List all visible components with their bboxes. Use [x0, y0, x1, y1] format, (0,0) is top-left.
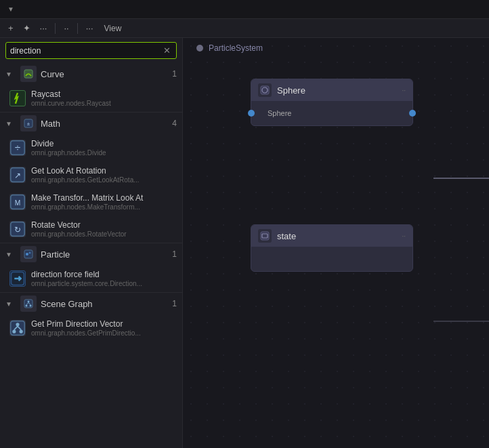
category-math-label: Math [41, 119, 172, 129]
state-node-port-row [251, 251, 412, 267]
list-item-make-transform[interactable]: M Make Transfor... Matrix Look At omni.g… [0, 188, 182, 216]
top-bar: ▼ [0, 0, 489, 19]
svg-point-12 [26, 253, 28, 256]
sphere-node-port-row: Sphere [251, 105, 412, 121]
svg-point-13 [29, 252, 31, 254]
svg-point-17 [26, 305, 28, 307]
get-look-at-rotation-name: Get Look At Rotation [31, 166, 140, 176]
divide-path: omni.graph.nodes.Divide [31, 149, 106, 157]
category-particle-icon [20, 246, 37, 262]
raycast-icon [9, 90, 26, 106]
sphere-node-port-right[interactable] [409, 110, 416, 117]
make-transform-icon: M [9, 194, 26, 210]
canvas-label-text: ParticleSystem [209, 43, 263, 53]
divide-text: Divide omni.graph.nodes.Divide [31, 139, 106, 157]
category-scene-graph[interactable]: ▼ Scene Graph 1 [0, 293, 182, 314]
sphere-node-body: Sphere [251, 101, 412, 125]
svg-point-24 [20, 330, 23, 333]
category-curve-arrow-icon: ▼ [5, 70, 16, 78]
svg-text:÷: ÷ [15, 142, 20, 153]
dots2-button[interactable]: ·· [61, 22, 71, 35]
dots1-button[interactable]: ··· [37, 22, 50, 35]
category-particle-label: Particle [41, 249, 172, 260]
category-math-count: 4 [172, 119, 177, 128]
state-node-header: state ·· [251, 225, 412, 247]
sphere-node-port-left[interactable] [248, 110, 255, 117]
get-look-at-rotation-icon: ↗ [9, 167, 26, 183]
get-prim-direction-text: Get Prim Direction Vector omni.graph.nod… [31, 319, 141, 337]
sphere-node-port-label: Sphere [268, 109, 291, 117]
list-item-get-look-at-rotation[interactable]: ↗ Get Look At Rotation omni.graph.nodes.… [0, 161, 182, 188]
category-math[interactable]: ▼ ± Math 4 [0, 113, 182, 134]
get-look-at-rotation-text: Get Look At Rotation omni.graph.nodes.Ge… [31, 166, 140, 184]
sphere-node-icon [258, 83, 272, 97]
state-node-title: state [277, 231, 402, 241]
category-curve[interactable]: ▼ Curve 1 [0, 63, 182, 85]
rotate-vector-text: Rotate Vector omni.graph.nodes.RotateVec… [31, 220, 127, 238]
direction-force-field-path: omni.particle.system.core.Direction... [31, 280, 142, 287]
rotate-vector-name: Rotate Vector [31, 220, 127, 230]
pin-button[interactable]: ✦ [20, 22, 33, 35]
raycast-path: omni.curve.nodes.Raycast [31, 100, 111, 107]
search-box: ✕ [5, 42, 177, 59]
list-item-get-prim-direction[interactable]: Get Prim Direction Vector omni.graph.nod… [0, 314, 182, 342]
make-transform-path: omni.graph.nodes.MakeTransform... [31, 203, 143, 211]
get-look-at-rotation-path: omni.graph.nodes.GetLookAtRota... [31, 176, 140, 184]
left-panel: ✕ ▼ Curve 1 Raycast omni.curve [0, 38, 183, 448]
svg-point-16 [28, 301, 30, 303]
category-curve-count: 1 [172, 69, 177, 79]
list-item-direction-force-field[interactable]: direction force field omni.particle.syst… [0, 265, 182, 292]
divide-name: Divide [31, 139, 106, 148]
canvas-area[interactable]: ParticleSystem Sphere ·· [183, 38, 489, 448]
raycast-name: Raycast [31, 89, 111, 99]
rotate-vector-path: omni.graph.nodes.RotateVector [31, 230, 127, 238]
sphere-node-dots: ·· [402, 87, 406, 94]
svg-text:↗: ↗ [14, 171, 21, 180]
category-math-icon: ± [20, 115, 37, 131]
toolbar: + ✦ ··· ·· ··· View [0, 19, 489, 38]
make-transform-name: Make Transfor... Matrix Look At [31, 193, 143, 203]
state-node-body [251, 247, 412, 271]
state-node[interactable]: state ·· [251, 224, 413, 272]
category-scene-graph-arrow-icon: ▼ [5, 300, 16, 308]
get-prim-direction-path: omni.graph.nodes.GetPrimDirectio... [31, 329, 141, 337]
state-node-icon [258, 229, 272, 243]
search-clear-button[interactable]: ✕ [162, 45, 172, 56]
sphere-node-header: Sphere ·· [251, 79, 412, 101]
category-particle-count: 1 [172, 249, 177, 259]
view-button[interactable]: View [100, 22, 126, 35]
svg-point-22 [16, 323, 19, 326]
category-curve-icon [20, 66, 37, 82]
category-math-arrow-icon: ▼ [5, 120, 16, 127]
divide-icon: ÷ [9, 140, 26, 156]
main-layout: ✕ ▼ Curve 1 Raycast omni.curve [0, 38, 489, 448]
dots3-button[interactable]: ··· [83, 22, 96, 35]
raycast-text: Raycast omni.curve.nodes.Raycast [31, 89, 111, 107]
list-item-divide[interactable]: ÷ Divide omni.graph.nodes.Divide [0, 134, 182, 161]
search-input[interactable] [10, 46, 162, 56]
svg-text:M: M [15, 199, 21, 207]
add-button[interactable]: + [5, 22, 16, 35]
svg-point-18 [30, 305, 32, 307]
direction-force-field-text: direction force field omni.particle.syst… [31, 270, 142, 287]
rotate-vector-icon: ↻ [9, 221, 26, 237]
category-particle-arrow-icon: ▼ [5, 251, 16, 258]
get-prim-direction-name: Get Prim Direction Vector [31, 319, 141, 329]
category-particle[interactable]: ▼ Particle 1 [0, 243, 182, 265]
svg-point-23 [12, 330, 16, 333]
canvas-connector-dot [196, 45, 203, 52]
toolbar-separator-2 [77, 23, 78, 34]
category-scene-graph-label: Scene Graph [41, 299, 172, 309]
list-item-raycast[interactable]: Raycast omni.curve.nodes.Raycast [0, 85, 182, 112]
category-scene-graph-count: 1 [172, 299, 177, 308]
toolbar-separator-1 [55, 23, 56, 34]
svg-text:±: ± [27, 121, 30, 127]
list-item-rotate-vector[interactable]: ↻ Rotate Vector omni.graph.nodes.RotateV… [0, 216, 182, 243]
sphere-node[interactable]: Sphere ·· Sphere [251, 79, 413, 126]
direction-force-field-name: direction force field [31, 270, 142, 279]
direction-force-field-icon [9, 270, 26, 287]
state-node-dots: ·· [402, 232, 406, 240]
svg-text:↻: ↻ [14, 225, 21, 235]
category-curve-label: Curve [41, 69, 172, 79]
get-prim-direction-icon [9, 320, 26, 336]
